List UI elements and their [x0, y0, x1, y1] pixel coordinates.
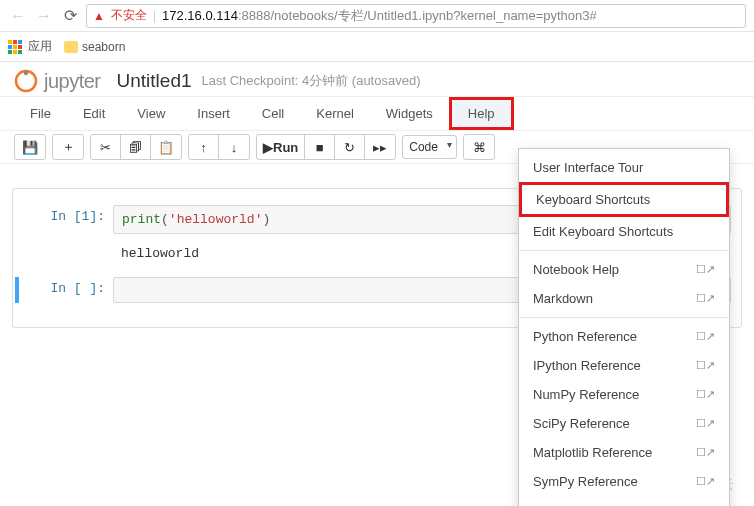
jupyter-logo[interactable]: jupyter [14, 69, 101, 93]
jupyter-logo-icon [14, 69, 38, 93]
menu-file[interactable]: File [14, 97, 67, 130]
external-link-icon: ☐↗ [696, 330, 715, 343]
help-keyboard-shortcuts[interactable]: Keyboard Shortcuts [519, 182, 729, 217]
apps-grid-icon [8, 40, 22, 54]
add-cell-button[interactable]: ＋ [53, 135, 83, 159]
run-button[interactable]: ▶ Run [257, 135, 305, 159]
external-link-icon: ☐↗ [696, 475, 715, 488]
external-link-icon: ☐↗ [696, 446, 715, 459]
url-text: 172.16.0.114:8888/notebooks/专栏/Untitled1… [162, 7, 597, 25]
external-link-icon: ☐↗ [696, 292, 715, 305]
folder-icon [64, 41, 78, 53]
help-notebook[interactable]: Notebook Help☐↗ [519, 255, 729, 284]
help-sympy-ref[interactable]: SymPy Reference☐↗ [519, 467, 729, 496]
external-link-icon: ☐↗ [696, 263, 715, 276]
insecure-warning-icon: ▲ [93, 9, 105, 23]
browser-nav-bar: ← → ⟳ ▲ 不安全 | 172.16.0.114:8888/notebook… [0, 0, 754, 32]
help-edit-shortcuts[interactable]: Edit Keyboard Shortcuts [519, 217, 729, 246]
reload-button[interactable]: ⟳ [60, 6, 80, 26]
menu-edit[interactable]: Edit [67, 97, 121, 130]
move-down-button[interactable]: ↓ [219, 135, 249, 159]
copy-button[interactable]: 🗐 [121, 135, 151, 159]
bookmark-folder-seaborn[interactable]: seaborn [64, 40, 125, 54]
back-button[interactable]: ← [8, 6, 28, 26]
menu-insert[interactable]: Insert [181, 97, 246, 130]
external-link-icon: ☐↗ [696, 417, 715, 430]
forward-button[interactable]: → [34, 6, 54, 26]
paste-button[interactable]: 📋 [151, 135, 181, 159]
command-palette-button[interactable]: ⌘ [464, 135, 494, 159]
restart-button[interactable]: ↻ [335, 135, 365, 159]
menu-kernel[interactable]: Kernel [300, 97, 370, 130]
help-pandas-ref[interactable]: pandas Referenc☐↗ [519, 496, 729, 506]
help-markdown[interactable]: Markdown☐↗ [519, 284, 729, 313]
help-scipy-ref[interactable]: SciPy Reference☐↗ [519, 409, 729, 438]
insecure-label: 不安全 [111, 7, 147, 24]
help-dropdown: User Interface Tour Keyboard Shortcuts E… [518, 148, 730, 506]
bookmark-bar: 应用 seaborn [0, 32, 754, 62]
cell-prompt: In [ ]: [23, 277, 113, 303]
menu-divider [519, 250, 729, 251]
address-bar[interactable]: ▲ 不安全 | 172.16.0.114:8888/notebooks/专栏/U… [86, 4, 746, 28]
help-matplotlib-ref[interactable]: Matplotlib Reference☐↗ [519, 438, 729, 467]
cell-prompt: In [1]: [23, 205, 113, 234]
restart-run-all-button[interactable]: ▸▸ [365, 135, 395, 159]
help-python-ref[interactable]: Python Reference☐↗ [519, 322, 729, 351]
cut-button[interactable]: ✂ [91, 135, 121, 159]
menu-help[interactable]: Help [449, 97, 514, 130]
checkpoint-status: Last Checkpoint: 4分钟前 (autosaved) [202, 72, 421, 90]
menu-bar: File Edit View Insert Cell Kernel Widget… [0, 96, 754, 130]
cell-type-select[interactable]: Code [402, 135, 457, 159]
menu-view[interactable]: View [121, 97, 181, 130]
menu-divider [519, 317, 729, 318]
menu-cell[interactable]: Cell [246, 97, 300, 130]
help-ui-tour[interactable]: User Interface Tour [519, 153, 729, 182]
notebook-title[interactable]: Untitled1 [117, 70, 192, 92]
svg-point-1 [24, 71, 28, 75]
save-button[interactable]: 💾 [15, 135, 45, 159]
interrupt-button[interactable]: ■ [305, 135, 335, 159]
apps-button[interactable]: 应用 [8, 38, 52, 55]
help-ipython-ref[interactable]: IPython Reference☐↗ [519, 351, 729, 380]
jupyter-header: jupyter Untitled1 Last Checkpoint: 4分钟前 … [0, 62, 754, 96]
external-link-icon: ☐↗ [696, 388, 715, 401]
help-numpy-ref[interactable]: NumPy Reference☐↗ [519, 380, 729, 409]
menu-widgets[interactable]: Widgets [370, 97, 449, 130]
external-link-icon: ☐↗ [696, 359, 715, 372]
move-up-button[interactable]: ↑ [189, 135, 219, 159]
